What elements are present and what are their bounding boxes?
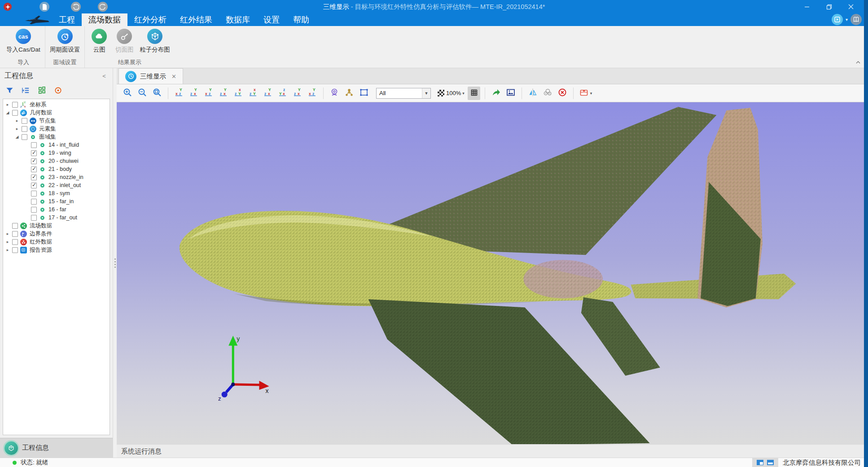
undo-button[interactable] [71,2,81,12]
tree-checkbox[interactable] [22,118,27,124]
tree-item-18-sym[interactable]: 18 - sym [3,189,110,197]
tree-checkbox[interactable] [22,126,27,132]
tree-item-face-set[interactable]: ◢面域集 [3,133,110,141]
view-left-button[interactable]: xzY [202,87,215,100]
panel-splitter[interactable] [113,68,117,458]
tree-checkbox[interactable] [31,207,37,213]
tree-checkbox[interactable] [12,110,18,116]
tree-item-report-resource[interactable]: ▸报告资源 [3,246,110,254]
view-top-button[interactable]: zYx [232,87,245,100]
combobox-arrow-icon[interactable]: ▼ [422,88,430,98]
chevron-down-icon[interactable]: ▾ [846,17,848,22]
tree-item-15-far_in[interactable]: 15 - far_in [3,197,110,205]
tree-checkbox[interactable] [31,183,37,188]
tree-item-22-inlet_out[interactable]: 22 - inlet_out [3,181,110,189]
zoom-in-button[interactable] [121,87,134,100]
tree-checkbox[interactable] [31,215,37,221]
menu-item-database[interactable]: 数据库 [219,13,257,26]
tree-checkbox[interactable] [22,134,27,140]
opacity-button[interactable]: 100%▾ [437,87,465,100]
select-box-button[interactable] [358,87,370,100]
tree-item-17-far_out[interactable]: 17 - far_out [3,214,110,222]
view-iso-2-button[interactable]: Yxz [276,87,289,100]
panel-collapse-button[interactable]: < [100,73,108,79]
tree-checkbox[interactable] [31,166,37,172]
view-iso-1-button[interactable]: zxY [262,87,274,100]
view-right-button[interactable]: zxY [217,87,230,100]
surface-smooth-button[interactable] [541,87,554,100]
tree-checkbox[interactable] [31,142,37,148]
display-filter-combobox[interactable]: All▼ [376,88,431,99]
panel-bottom-tab[interactable]: 工程信息 [0,438,113,458]
view-back-button[interactable]: zxY [188,87,200,100]
zoom-out-button[interactable] [136,87,149,100]
app-button[interactable] [4,3,12,11]
menu-item-project[interactable]: 工程 [52,13,82,26]
menu-item-settings[interactable]: 设置 [257,13,286,26]
view-iso-3-button[interactable]: zxY [291,87,304,100]
tree-item-element-set[interactable]: ▸元素集 [3,125,110,133]
tree-item-20-chuiwei[interactable]: 20 - chuiwei [3,157,110,165]
tree-checkbox[interactable] [12,239,18,245]
tab-close-icon[interactable]: ✕ [171,73,176,80]
tree-expander-closed[interactable]: ▸ [5,102,10,107]
redo-button[interactable] [98,2,108,12]
tree-checkbox[interactable] [12,247,18,253]
restore-button[interactable] [819,0,839,13]
help-book-button[interactable] [850,14,862,25]
tree-expander-closed[interactable]: ▸ [5,248,10,252]
tree-item-16-far[interactable]: 16 - far [3,205,110,214]
layout-band-icon[interactable] [767,460,774,465]
view-iso-4-button[interactable]: xzY [306,87,319,100]
tree-checkbox[interactable] [31,150,37,156]
mirror-button[interactable] [526,87,539,100]
save-view-button[interactable]: ▾ [578,87,593,100]
tree-expander-closed[interactable]: ▸ [5,231,10,236]
nodes-display-button[interactable] [343,87,355,100]
tree-checkbox[interactable] [31,191,37,196]
tree-item-flow-field-data[interactable]: 流场数据 [3,222,110,230]
clear-results-button[interactable] [556,87,569,100]
export-arrow-button[interactable] [490,87,502,100]
periodic-face-button[interactable]: 周期面设置 [50,28,80,54]
snapshot-button[interactable] [504,87,517,100]
light-button[interactable] [328,87,341,100]
panel-tool-list-button[interactable] [20,85,31,97]
tree-expander-closed[interactable]: ▸ [14,118,20,123]
tree-checkbox[interactable] [31,175,37,180]
menu-item-ir-results[interactable]: 红外结果 [173,13,219,26]
layout-split-icon[interactable] [757,460,763,465]
tree-item-coordinate-system[interactable]: ▸Yzx坐标系 [3,100,110,109]
tree-item-infrared-data[interactable]: ▸红外数据 [3,238,110,246]
tree-item-21-body[interactable]: 21 - body [3,165,110,173]
mesh-toggle-button[interactable] [468,87,480,100]
particle-map-button[interactable]: 粒子分布图 [140,28,170,54]
import-cas-dat-button[interactable]: cas导入Cas/Dat [6,28,40,54]
panel-tool-grid-button[interactable] [36,85,48,97]
run-panel-button[interactable] [832,14,843,25]
tree-expander-open[interactable]: ◢ [5,110,10,115]
tree-expander-closed[interactable]: ▸ [14,127,20,131]
cloud-map-button[interactable]: 云图 [89,28,109,54]
tree-checkbox[interactable] [31,158,37,164]
tree-checkbox[interactable] [31,199,37,205]
slice-map-button[interactable]: 切面图 [114,28,134,54]
new-file-button[interactable] [39,2,49,12]
tree-checkbox[interactable] [12,223,18,229]
tree-item-node-set[interactable]: ▸节点集 [3,117,110,125]
tree-item-19-wing[interactable]: 19 - wing [3,149,110,157]
tree-item-14-int_fluid[interactable]: 14 - int_fluid [3,141,110,149]
tree-expander-closed[interactable]: ▸ [5,240,10,244]
panel-tool-locate-button[interactable] [52,85,64,97]
menu-item-ir-analysis[interactable]: 红外分析 [127,13,173,26]
menu-item-flow-data[interactable]: 流场数据 [82,13,127,26]
view-front-button[interactable]: xzY [173,87,185,100]
viewport-3d[interactable]: y x z [117,102,868,444]
menu-item-help[interactable]: 帮助 [286,13,316,26]
view-bottom-button[interactable]: zYx [247,87,259,100]
tree-expander-open[interactable]: ◢ [14,135,20,139]
close-button[interactable] [841,0,861,13]
panel-tool-filter-button[interactable] [4,85,15,97]
tree-checkbox[interactable] [12,102,18,108]
minimize-button[interactable] [797,0,817,13]
